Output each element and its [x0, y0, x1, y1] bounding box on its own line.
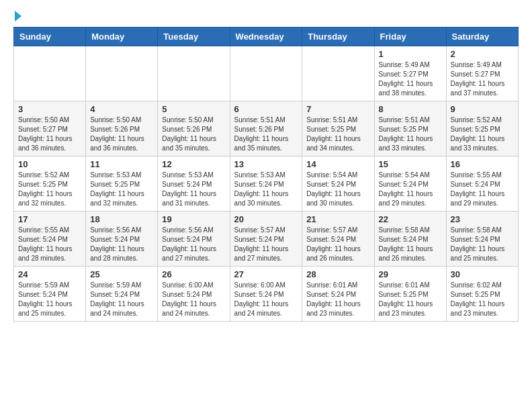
day-number: 18 — [90, 214, 153, 224]
table-row: 5Sunrise: 5:50 AM Sunset: 5:26 PM Daylig… — [158, 101, 230, 156]
table-row — [158, 46, 230, 101]
logo-text — [13, 11, 21, 21]
day-info: Sunrise: 5:56 AM Sunset: 5:24 PM Dayligh… — [90, 226, 153, 263]
table-row: 25Sunrise: 5:59 AM Sunset: 5:24 PM Dayli… — [86, 267, 158, 322]
day-info: Sunrise: 5:52 AM Sunset: 5:25 PM Dayligh… — [18, 171, 81, 208]
weekday-header-sunday: Sunday — [14, 28, 86, 46]
table-row: 14Sunrise: 5:54 AM Sunset: 5:24 PM Dayli… — [302, 156, 374, 212]
day-info: Sunrise: 5:54 AM Sunset: 5:24 PM Dayligh… — [306, 171, 369, 208]
table-row: 16Sunrise: 5:55 AM Sunset: 5:24 PM Dayli… — [446, 156, 518, 212]
day-number: 8 — [379, 104, 442, 114]
day-info: Sunrise: 5:51 AM Sunset: 5:25 PM Dayligh… — [379, 116, 442, 153]
table-row: 29Sunrise: 6:01 AM Sunset: 5:25 PM Dayli… — [374, 267, 446, 322]
day-number: 24 — [18, 269, 81, 279]
table-row: 12Sunrise: 5:53 AM Sunset: 5:24 PM Dayli… — [158, 156, 230, 212]
day-info: Sunrise: 6:00 AM Sunset: 5:24 PM Dayligh… — [162, 281, 225, 318]
table-row — [14, 46, 86, 101]
calendar-page: SundayMondayTuesdayWednesdayThursdayFrid… — [0, 0, 532, 335]
logo — [13, 11, 21, 21]
day-info: Sunrise: 5:55 AM Sunset: 5:24 PM Dayligh… — [451, 171, 514, 208]
table-row: 20Sunrise: 5:57 AM Sunset: 5:24 PM Dayli… — [230, 212, 302, 267]
day-info: Sunrise: 5:57 AM Sunset: 5:24 PM Dayligh… — [306, 226, 369, 263]
table-row: 2Sunrise: 5:49 AM Sunset: 5:27 PM Daylig… — [446, 46, 518, 101]
weekday-header-monday: Monday — [86, 28, 158, 46]
table-row: 21Sunrise: 5:57 AM Sunset: 5:24 PM Dayli… — [302, 212, 374, 267]
table-row: 11Sunrise: 5:53 AM Sunset: 5:25 PM Dayli… — [86, 156, 158, 212]
table-row — [302, 46, 374, 101]
day-number: 14 — [306, 159, 369, 169]
day-info: Sunrise: 5:50 AM Sunset: 5:26 PM Dayligh… — [162, 116, 225, 153]
header — [13, 11, 519, 21]
weekday-header-wednesday: Wednesday — [230, 28, 302, 46]
day-info: Sunrise: 5:53 AM Sunset: 5:24 PM Dayligh… — [162, 171, 225, 208]
day-number: 19 — [162, 214, 225, 224]
day-info: Sunrise: 5:53 AM Sunset: 5:25 PM Dayligh… — [90, 171, 153, 208]
table-row: 23Sunrise: 5:58 AM Sunset: 5:24 PM Dayli… — [446, 212, 518, 267]
table-row: 17Sunrise: 5:55 AM Sunset: 5:24 PM Dayli… — [14, 212, 86, 267]
table-row: 3Sunrise: 5:50 AM Sunset: 5:27 PM Daylig… — [14, 101, 86, 156]
week-row-4: 17Sunrise: 5:55 AM Sunset: 5:24 PM Dayli… — [14, 212, 519, 267]
day-info: Sunrise: 5:55 AM Sunset: 5:24 PM Dayligh… — [18, 226, 81, 263]
day-number: 26 — [162, 269, 225, 279]
day-info: Sunrise: 5:56 AM Sunset: 5:24 PM Dayligh… — [162, 226, 225, 263]
day-number: 25 — [90, 269, 153, 279]
day-info: Sunrise: 5:53 AM Sunset: 5:24 PM Dayligh… — [234, 171, 298, 208]
day-number: 6 — [234, 104, 298, 114]
table-row — [86, 46, 158, 101]
day-info: Sunrise: 5:58 AM Sunset: 5:24 PM Dayligh… — [451, 226, 514, 263]
table-row: 27Sunrise: 6:00 AM Sunset: 5:24 PM Dayli… — [230, 267, 302, 322]
logo-arrow-icon — [15, 11, 21, 21]
table-row: 1Sunrise: 5:49 AM Sunset: 5:27 PM Daylig… — [374, 46, 446, 101]
table-row: 19Sunrise: 5:56 AM Sunset: 5:24 PM Dayli… — [158, 212, 230, 267]
day-info: Sunrise: 5:50 AM Sunset: 5:27 PM Dayligh… — [18, 116, 81, 153]
calendar-table: SundayMondayTuesdayWednesdayThursdayFrid… — [13, 27, 519, 322]
day-info: Sunrise: 5:58 AM Sunset: 5:24 PM Dayligh… — [379, 226, 442, 263]
day-number: 21 — [306, 214, 369, 224]
weekday-header-friday: Friday — [374, 28, 446, 46]
day-number: 23 — [451, 214, 514, 224]
day-number: 29 — [379, 269, 442, 279]
day-number: 12 — [162, 159, 225, 169]
day-number: 30 — [451, 269, 514, 279]
day-info: Sunrise: 6:02 AM Sunset: 5:25 PM Dayligh… — [451, 281, 514, 318]
day-number: 9 — [451, 104, 514, 114]
day-number: 11 — [90, 159, 153, 169]
table-row: 28Sunrise: 6:01 AM Sunset: 5:24 PM Dayli… — [302, 267, 374, 322]
table-row: 13Sunrise: 5:53 AM Sunset: 5:24 PM Dayli… — [230, 156, 302, 212]
day-info: Sunrise: 5:54 AM Sunset: 5:24 PM Dayligh… — [379, 171, 442, 208]
table-row: 18Sunrise: 5:56 AM Sunset: 5:24 PM Dayli… — [86, 212, 158, 267]
week-row-5: 24Sunrise: 5:59 AM Sunset: 5:24 PM Dayli… — [14, 267, 519, 322]
weekday-header-thursday: Thursday — [302, 28, 374, 46]
table-row: 8Sunrise: 5:51 AM Sunset: 5:25 PM Daylig… — [374, 101, 446, 156]
table-row: 15Sunrise: 5:54 AM Sunset: 5:24 PM Dayli… — [374, 156, 446, 212]
table-row: 6Sunrise: 5:51 AM Sunset: 5:26 PM Daylig… — [230, 101, 302, 156]
table-row: 10Sunrise: 5:52 AM Sunset: 5:25 PM Dayli… — [14, 156, 86, 212]
day-number: 2 — [451, 49, 514, 59]
day-info: Sunrise: 5:59 AM Sunset: 5:24 PM Dayligh… — [18, 281, 81, 318]
day-info: Sunrise: 6:00 AM Sunset: 5:24 PM Dayligh… — [234, 281, 298, 318]
day-number: 15 — [379, 159, 442, 169]
day-number: 13 — [234, 159, 298, 169]
day-number: 22 — [379, 214, 442, 224]
table-row: 4Sunrise: 5:50 AM Sunset: 5:26 PM Daylig… — [86, 101, 158, 156]
day-number: 17 — [18, 214, 81, 224]
table-row: 26Sunrise: 6:00 AM Sunset: 5:24 PM Dayli… — [158, 267, 230, 322]
day-info: Sunrise: 5:57 AM Sunset: 5:24 PM Dayligh… — [234, 226, 298, 263]
day-number: 3 — [18, 104, 81, 114]
day-info: Sunrise: 6:01 AM Sunset: 5:25 PM Dayligh… — [379, 281, 442, 318]
table-row: 30Sunrise: 6:02 AM Sunset: 5:25 PM Dayli… — [446, 267, 518, 322]
day-number: 28 — [306, 269, 369, 279]
day-number: 1 — [379, 49, 442, 59]
week-row-3: 10Sunrise: 5:52 AM Sunset: 5:25 PM Dayli… — [14, 156, 519, 212]
day-info: Sunrise: 5:50 AM Sunset: 5:26 PM Dayligh… — [90, 116, 153, 153]
table-row: 22Sunrise: 5:58 AM Sunset: 5:24 PM Dayli… — [374, 212, 446, 267]
day-number: 5 — [162, 104, 225, 114]
day-number: 16 — [451, 159, 514, 169]
day-number: 20 — [234, 214, 298, 224]
day-info: Sunrise: 5:49 AM Sunset: 5:27 PM Dayligh… — [379, 60, 442, 98]
weekday-header-tuesday: Tuesday — [158, 28, 230, 46]
day-number: 4 — [90, 104, 153, 114]
day-info: Sunrise: 5:59 AM Sunset: 5:24 PM Dayligh… — [90, 281, 153, 318]
table-row: 9Sunrise: 5:52 AM Sunset: 5:25 PM Daylig… — [446, 101, 518, 156]
table-row: 7Sunrise: 5:51 AM Sunset: 5:25 PM Daylig… — [302, 101, 374, 156]
